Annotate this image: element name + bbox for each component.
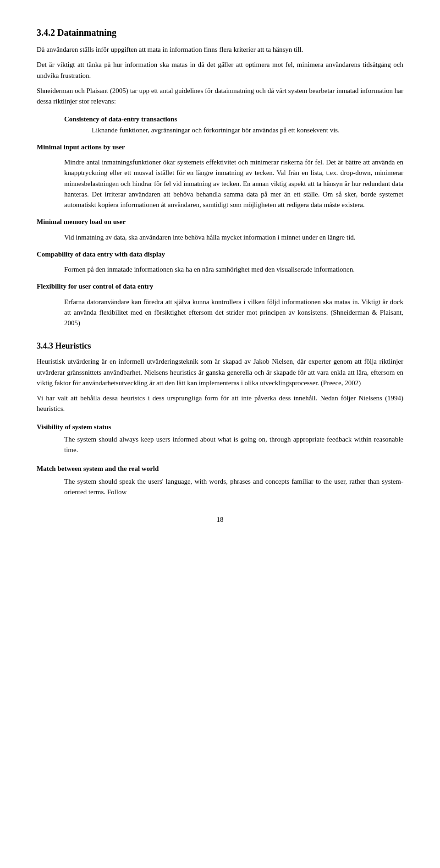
guideline-0-text: Consistency of data-entry transactions L… (64, 114, 403, 136)
section-343-p1: Heuristisk utvärdering är en informell u… (37, 356, 403, 388)
guideline-4-body-block: Erfarna datoranvändare kan föredra att s… (64, 297, 403, 329)
heuristics-section: Visibility of system status The system s… (37, 422, 403, 498)
heuristic-0-body-block: The system should always keep users info… (64, 434, 403, 456)
guideline-2-title-line: Minimal memory load on user (37, 217, 403, 227)
intro-p3: Shneiderman och Plaisant (2005) tar upp … (37, 86, 403, 107)
heuristic-1-body-block: The system should speak the users' langu… (64, 476, 403, 498)
page: 3.4.2 Datainmatning Då användaren ställs… (0, 0, 440, 868)
intro-p2: Det är viktigt att tänka på hur informat… (37, 60, 403, 81)
guideline-1-body-block: Mindre antal inmatningsfunktioner ökar s… (64, 157, 403, 210)
section-343-p2: Vi har valt att behålla dessa heuristcs … (37, 393, 403, 415)
heuristic-1-title: Match between system and the real world (37, 464, 403, 474)
section-343-content: Heuristisk utvärdering är en informell u… (37, 356, 403, 414)
guidelines-section: Consistency of data-entry transactions L… (37, 114, 403, 328)
guideline-2-body: Vid inmatning av data, ska användaren in… (64, 232, 403, 243)
guideline-3-body-block: Formen på den inmatade informationen ska… (64, 264, 403, 275)
guideline-2-body-block: Vid inmatning av data, ska användaren in… (64, 232, 403, 243)
heuristic-item-0: Visibility of system status The system s… (37, 422, 403, 456)
guideline-1-title-line: Minimal input actions by user (37, 142, 403, 153)
guideline-4-title-line: Flexibility for user control of data ent… (37, 281, 403, 292)
guideline-item-1: Minimal input actions by user Mindre ant… (37, 142, 403, 211)
guideline-0-body: Liknande funktioner, avgränsningar och f… (92, 126, 340, 134)
page-number-text: 18 (217, 516, 224, 523)
guideline-4-body: Erfarna datoranvändare kan föredra att s… (64, 297, 403, 329)
heuristic-0-body: The system should always keep users info… (64, 434, 403, 456)
page-number: 18 (37, 516, 403, 524)
intro-section: Då användaren ställs inför uppgiften att… (37, 44, 403, 107)
guideline-1-body: Mindre antal inmatningsfunktioner ökar s… (64, 157, 403, 210)
guideline-0-title: Consistency of data-entry transactions (64, 115, 177, 123)
heuristic-0-title: Visibility of system status (37, 422, 403, 432)
guideline-item-4: Flexibility for user control of data ent… (37, 281, 403, 328)
guideline-item-0: Consistency of data-entry transactions L… (37, 114, 403, 136)
guideline-3-body: Formen på den inmatade informationen ska… (64, 264, 403, 275)
section-343-title: 3.4.3 Heuristics (37, 341, 403, 351)
guideline-2-title: Minimal memory load on user (37, 218, 126, 225)
guideline-item-2: Minimal memory load on user Vid inmatnin… (37, 217, 403, 243)
guideline-item-3: Compability of data entry with data disp… (37, 249, 403, 275)
guideline-3-title-line: Compability of data entry with data disp… (37, 249, 403, 260)
heuristic-1-body: The system should speak the users' langu… (64, 476, 403, 498)
guideline-3-title: Compability of data entry with data disp… (37, 251, 165, 258)
heuristic-item-1: Match between system and the real world … (37, 464, 403, 497)
guideline-1-title: Minimal input actions by user (37, 143, 125, 151)
guideline-4-title: Flexibility for user control of data ent… (37, 283, 153, 290)
intro-p1: Då användaren ställs inför uppgiften att… (37, 44, 403, 55)
section-title: 3.4.2 Datainmatning (37, 27, 403, 38)
